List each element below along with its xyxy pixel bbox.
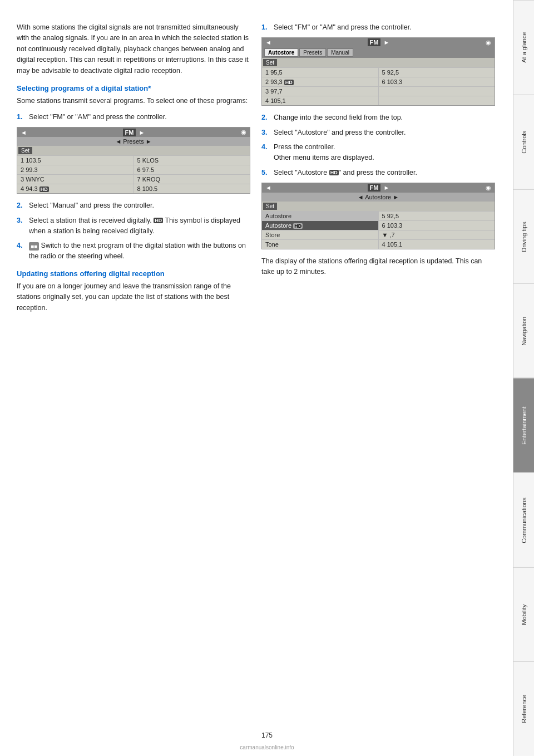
header-icon: ◉ [241,129,246,136]
cell-2-right: 6 97.5 [134,165,250,174]
tab-autostore[interactable]: Autostore [264,48,298,57]
sidebar: At a glance Controls Driving tips Naviga… [513,0,534,756]
fm-row-4: 4 94.3 HD 8 100.5 [17,184,250,193]
fm-label-text: FM ► [123,129,145,136]
step-left-1: 1. Select "FM" or "AM" and press the con… [17,112,250,122]
step-right-5: 5. Select "Autostore HD" and press the c… [261,168,495,178]
step-num: 1. [17,112,26,122]
cell: 3 97,7 [262,87,379,96]
sidebar-tab-controls[interactable]: Controls [513,95,534,189]
step-right-4: 4. Press the controller.Other menu items… [261,142,495,163]
set-label: Set [18,147,32,154]
step-right-2: 2. Change into the second field from the… [261,112,495,123]
fm-row-r1-2: 2 93,3 HD 6 103,3 [262,77,495,87]
header-icon: ◉ [486,184,491,192]
fm-header-r1: ◄ FM ► ◉ [262,38,495,47]
cell: 2 93,3 HD [262,77,379,86]
step-num: 4. [261,142,270,163]
fm-screen-right-2: ◄ FM ► ◉ ◄ Autostore ► Set Autostore 5 9… [261,183,495,249]
fm-autostore-sub: ◄ Autostore ► [262,193,495,202]
step-num: 3. [261,127,270,138]
header-icon: ◉ [486,39,491,46]
caption: The display of the stations offering dig… [261,256,495,278]
step-num: 3. [17,215,26,237]
fm-label-text: FM ► [368,39,390,46]
header-arrow-left: ◄ [265,184,271,191]
sidebar-tab-communications[interactable]: Communications [513,473,534,567]
cell-3-right: 7 KROQ [134,175,250,184]
step-text: Select a station that is received digita… [29,215,250,237]
step-num: 5. [261,168,270,178]
step-left-2: 2. Select "Manual" and press the control… [17,200,250,211]
cell [379,100,495,102]
menu-row-autostore-hd: Autostore HD 6 103,3 [262,221,495,230]
fm-label-text: FM ► [368,184,390,191]
menu-item-autostore: Autostore [262,212,379,220]
header-arrow-left: ◄ [265,39,271,46]
cell: 4 105,1 [262,96,379,105]
cell: 5 92,5 [379,68,495,77]
menu-row-autostore: Autostore 5 92,5 [262,212,495,221]
set-label: Set [263,203,277,210]
menu-item-store: Store [262,230,379,239]
section2-intro: If you are on a longer journey and leave… [17,281,250,313]
set-label: Set [263,59,277,66]
fm-row-r1-4: 4 105,1 [262,96,495,105]
sidebar-tab-reference[interactable]: Reference [513,661,534,756]
fm-row-2: 2 99.3 6 97.5 [17,165,250,175]
cell: 6 103,3 [379,77,495,86]
menu-item-tone: Tone [262,240,379,249]
tab-presets[interactable]: Presets [299,48,326,57]
main-content: With some stations the digital signals a… [0,0,512,352]
fm-row-3: 3 WNYC 7 KROQ [17,175,250,184]
step-right-1: 1. Select "FM" or "AM" and press the con… [261,22,495,33]
header-arrow-left: ◄ [21,129,27,136]
fm-header-r2: ◄ FM ► ◉ [262,183,495,193]
step-text: Change into the second field from the to… [274,112,495,123]
cell-4-right: 8 100.5 [134,184,250,193]
left-column: With some stations the digital signals a… [17,22,250,319]
sidebar-tab-driving-tips[interactable]: Driving tips [513,189,534,284]
menu-item-autostore-hd: Autostore HD [262,221,379,230]
fm-header: ◄ FM ► ◉ [17,127,250,137]
step-left-4: 4. ■■ Switch to the next program of the … [17,240,250,262]
fm-presets-sub: ◄ Presets ► [17,137,250,146]
cell-3-left: 3 WNYC [17,175,134,184]
watermark: carmanualsonline.info [240,744,294,750]
intro-paragraph: With some stations the digital signals a… [17,22,250,76]
step-text: Select "FM" or "AM" and press the contro… [274,22,495,33]
menu-val-1: 5 92,5 [379,212,495,220]
cell-1-left: 1 103.5 [17,156,134,165]
cell: 1 95,5 [262,68,379,77]
step-text: Select "Autostore HD" and press the cont… [274,168,495,178]
cell-2-left: 2 99.3 [17,165,134,174]
menu-row-tone: Tone 4 105,1 [262,240,495,249]
fm-row-r1-3: 3 97,7 [262,87,495,96]
sidebar-tab-mobility[interactable]: Mobility [513,567,534,662]
sidebar-tab-entertainment[interactable]: Entertainment [513,378,534,473]
fm-row-1: 1 103.5 5 KLOS [17,156,250,165]
step-text: Press the controller.Other menu items ar… [274,142,495,163]
step-left-3: 3. Select a station that is received dig… [17,215,250,237]
step-num: 4. [17,240,26,262]
section1-heading: Selecting programs of a digital station* [17,84,250,92]
step-num: 2. [261,112,270,123]
tab-manual[interactable]: Manual [327,48,353,57]
fm-tabs-row: Autostore Presets Manual [262,47,495,58]
set-row-r1: Set [262,58,495,68]
menu-row-store: Store ▼ ,7 [262,230,495,240]
fm-screen-right-1: ◄ FM ► ◉ Autostore Presets Manual Set 1 … [261,37,495,106]
cell-1-right: 5 KLOS [134,156,250,165]
section2-heading: Updating stations offering digital recep… [17,269,250,278]
sidebar-tab-at-a-glance[interactable]: At a glance [513,0,534,95]
sidebar-tab-navigation[interactable]: Navigation [513,283,534,378]
set-row-r2: Set [262,202,495,212]
fm-row-r1-1: 1 95,5 5 92,5 [262,68,495,77]
section1-intro: Some stations transmit several programs.… [17,96,250,106]
cell [379,90,495,92]
cell-4-left: 4 94.3 HD [17,184,134,193]
step-text: Select "Manual" and press the controller… [29,200,250,211]
fm-screen-left-1: ◄ FM ► ◉ ◄ Presets ► Set 1 103.5 5 KLOS … [17,127,250,194]
menu-val-3: ▼ ,7 [379,230,495,239]
menu-val-4: 4 105,1 [379,240,495,249]
